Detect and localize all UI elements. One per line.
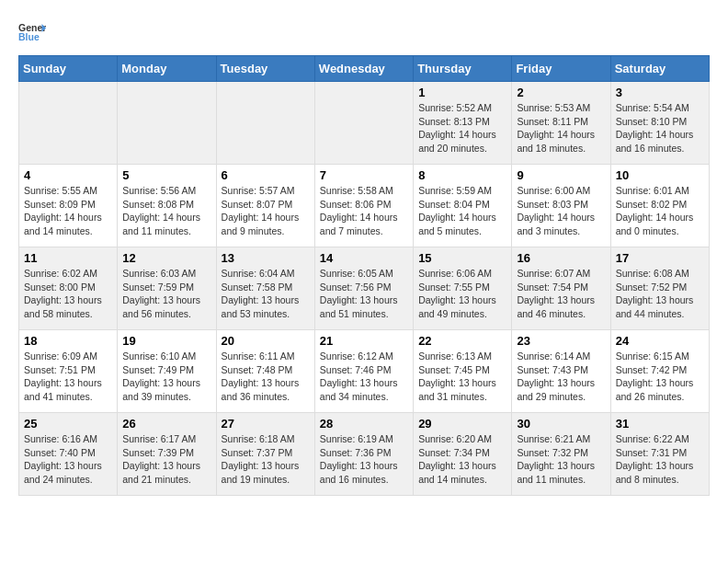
day-info: Sunrise: 5:59 AM Sunset: 8:04 PM Dayligh… [418, 184, 506, 238]
calendar-cell: 11Sunrise: 6:02 AM Sunset: 8:00 PM Dayli… [19, 247, 118, 330]
calendar-cell [118, 82, 216, 165]
day-number: 22 [418, 334, 506, 348]
day-info: Sunrise: 6:00 AM Sunset: 8:03 PM Dayligh… [517, 184, 605, 238]
calendar-cell: 29Sunrise: 6:20 AM Sunset: 7:34 PM Dayli… [414, 413, 512, 496]
day-number: 5 [122, 168, 210, 182]
day-info: Sunrise: 6:22 AM Sunset: 7:31 PM Dayligh… [616, 432, 704, 487]
day-number: 26 [122, 417, 210, 431]
day-number: 23 [517, 334, 605, 348]
calendar-week-row: 1Sunrise: 5:52 AM Sunset: 8:13 PM Daylig… [19, 82, 710, 165]
day-number: 24 [616, 334, 704, 348]
day-info: Sunrise: 6:15 AM Sunset: 7:42 PM Dayligh… [616, 350, 704, 404]
calendar-cell: 1Sunrise: 5:52 AM Sunset: 8:13 PM Daylig… [414, 82, 512, 165]
day-info: Sunrise: 5:53 AM Sunset: 8:11 PM Dayligh… [517, 101, 605, 155]
day-info: Sunrise: 5:55 AM Sunset: 8:09 PM Dayligh… [24, 184, 112, 238]
day-info: Sunrise: 6:14 AM Sunset: 7:43 PM Dayligh… [517, 350, 605, 404]
day-number: 21 [320, 334, 408, 348]
day-number: 30 [517, 417, 605, 431]
calendar-cell: 4Sunrise: 5:55 AM Sunset: 8:09 PM Daylig… [19, 165, 118, 247]
calendar-cell: 31Sunrise: 6:22 AM Sunset: 7:31 PM Dayli… [610, 413, 709, 496]
day-number: 4 [24, 168, 112, 182]
day-number: 28 [320, 417, 408, 431]
page-header: General Blue [18, 18, 710, 46]
svg-text:Blue: Blue [18, 31, 40, 42]
day-number: 19 [122, 334, 210, 348]
calendar-cell [314, 82, 413, 165]
day-info: Sunrise: 6:01 AM Sunset: 8:02 PM Dayligh… [616, 184, 704, 238]
day-number: 29 [418, 417, 506, 431]
calendar-cell: 14Sunrise: 6:05 AM Sunset: 7:56 PM Dayli… [314, 247, 413, 330]
day-info: Sunrise: 6:09 AM Sunset: 7:51 PM Dayligh… [24, 350, 112, 404]
day-info: Sunrise: 6:16 AM Sunset: 7:40 PM Dayligh… [24, 432, 112, 487]
day-number: 25 [24, 417, 112, 431]
day-number: 2 [517, 86, 605, 99]
calendar-cell: 26Sunrise: 6:17 AM Sunset: 7:39 PM Dayli… [118, 413, 216, 496]
day-number: 13 [222, 251, 310, 265]
calendar-cell: 9Sunrise: 6:00 AM Sunset: 8:03 PM Daylig… [512, 165, 610, 247]
day-number: 1 [418, 86, 506, 99]
calendar-cell: 10Sunrise: 6:01 AM Sunset: 8:02 PM Dayli… [610, 165, 709, 247]
day-info: Sunrise: 5:58 AM Sunset: 8:06 PM Dayligh… [320, 184, 408, 238]
calendar-cell: 27Sunrise: 6:18 AM Sunset: 7:37 PM Dayli… [216, 413, 314, 496]
calendar-cell: 13Sunrise: 6:04 AM Sunset: 7:58 PM Dayli… [216, 247, 314, 330]
calendar-cell: 8Sunrise: 5:59 AM Sunset: 8:04 PM Daylig… [414, 165, 512, 247]
day-info: Sunrise: 6:12 AM Sunset: 7:46 PM Dayligh… [320, 350, 408, 404]
day-number: 9 [517, 168, 605, 182]
weekday-header: Thursday [414, 56, 512, 82]
day-info: Sunrise: 6:04 AM Sunset: 7:58 PM Dayligh… [222, 267, 310, 321]
calendar-cell: 2Sunrise: 5:53 AM Sunset: 8:11 PM Daylig… [512, 82, 610, 165]
weekday-header: Wednesday [314, 56, 413, 82]
day-info: Sunrise: 6:17 AM Sunset: 7:39 PM Dayligh… [122, 432, 210, 487]
calendar-cell: 30Sunrise: 6:21 AM Sunset: 7:32 PM Dayli… [512, 413, 610, 496]
calendar-cell: 25Sunrise: 6:16 AM Sunset: 7:40 PM Dayli… [19, 413, 118, 496]
calendar-cell: 18Sunrise: 6:09 AM Sunset: 7:51 PM Dayli… [19, 330, 118, 413]
day-info: Sunrise: 6:21 AM Sunset: 7:32 PM Dayligh… [517, 432, 605, 487]
day-number: 15 [418, 251, 506, 265]
day-info: Sunrise: 5:52 AM Sunset: 8:13 PM Dayligh… [418, 101, 506, 155]
calendar-cell: 12Sunrise: 6:03 AM Sunset: 7:59 PM Dayli… [118, 247, 216, 330]
day-info: Sunrise: 6:08 AM Sunset: 7:52 PM Dayligh… [616, 267, 704, 321]
calendar-cell: 17Sunrise: 6:08 AM Sunset: 7:52 PM Dayli… [610, 247, 709, 330]
calendar-cell: 15Sunrise: 6:06 AM Sunset: 7:55 PM Dayli… [414, 247, 512, 330]
calendar-cell: 21Sunrise: 6:12 AM Sunset: 7:46 PM Dayli… [314, 330, 413, 413]
weekday-header: Sunday [19, 56, 118, 82]
calendar-cell: 7Sunrise: 5:58 AM Sunset: 8:06 PM Daylig… [314, 165, 413, 247]
day-info: Sunrise: 5:54 AM Sunset: 8:10 PM Dayligh… [616, 101, 704, 155]
day-info: Sunrise: 6:20 AM Sunset: 7:34 PM Dayligh… [418, 432, 506, 487]
calendar-week-row: 11Sunrise: 6:02 AM Sunset: 8:00 PM Dayli… [19, 247, 710, 330]
calendar-cell: 19Sunrise: 6:10 AM Sunset: 7:49 PM Dayli… [118, 330, 216, 413]
calendar-week-row: 25Sunrise: 6:16 AM Sunset: 7:40 PM Dayli… [19, 413, 710, 496]
logo: General Blue [18, 18, 50, 46]
calendar-week-row: 18Sunrise: 6:09 AM Sunset: 7:51 PM Dayli… [19, 330, 710, 413]
day-number: 17 [616, 251, 704, 265]
calendar-cell: 22Sunrise: 6:13 AM Sunset: 7:45 PM Dayli… [414, 330, 512, 413]
day-number: 31 [616, 417, 704, 431]
day-number: 6 [222, 168, 310, 182]
day-number: 11 [24, 251, 112, 265]
day-info: Sunrise: 6:02 AM Sunset: 8:00 PM Dayligh… [24, 267, 112, 321]
logo-icon: General Blue [18, 18, 46, 46]
day-number: 14 [320, 251, 408, 265]
day-info: Sunrise: 6:05 AM Sunset: 7:56 PM Dayligh… [320, 267, 408, 321]
calendar-cell: 28Sunrise: 6:19 AM Sunset: 7:36 PM Dayli… [314, 413, 413, 496]
calendar-cell: 23Sunrise: 6:14 AM Sunset: 7:43 PM Dayli… [512, 330, 610, 413]
calendar-cell: 16Sunrise: 6:07 AM Sunset: 7:54 PM Dayli… [512, 247, 610, 330]
calendar-table: SundayMondayTuesdayWednesdayThursdayFrid… [18, 55, 710, 496]
day-info: Sunrise: 6:10 AM Sunset: 7:49 PM Dayligh… [122, 350, 210, 404]
calendar-cell: 24Sunrise: 6:15 AM Sunset: 7:42 PM Dayli… [610, 330, 709, 413]
day-number: 8 [418, 168, 506, 182]
calendar-cell: 6Sunrise: 5:57 AM Sunset: 8:07 PM Daylig… [216, 165, 314, 247]
calendar-cell: 5Sunrise: 5:56 AM Sunset: 8:08 PM Daylig… [118, 165, 216, 247]
day-info: Sunrise: 6:11 AM Sunset: 7:48 PM Dayligh… [222, 350, 310, 404]
day-info: Sunrise: 5:56 AM Sunset: 8:08 PM Dayligh… [122, 184, 210, 238]
day-number: 20 [222, 334, 310, 348]
weekday-header: Monday [118, 56, 216, 82]
calendar-cell: 3Sunrise: 5:54 AM Sunset: 8:10 PM Daylig… [610, 82, 709, 165]
day-number: 27 [222, 417, 310, 431]
day-info: Sunrise: 6:19 AM Sunset: 7:36 PM Dayligh… [320, 432, 408, 487]
calendar-cell [19, 82, 118, 165]
weekday-header: Saturday [610, 56, 709, 82]
calendar-week-row: 4Sunrise: 5:55 AM Sunset: 8:09 PM Daylig… [19, 165, 710, 247]
weekday-header: Friday [512, 56, 610, 82]
day-number: 7 [320, 168, 408, 182]
